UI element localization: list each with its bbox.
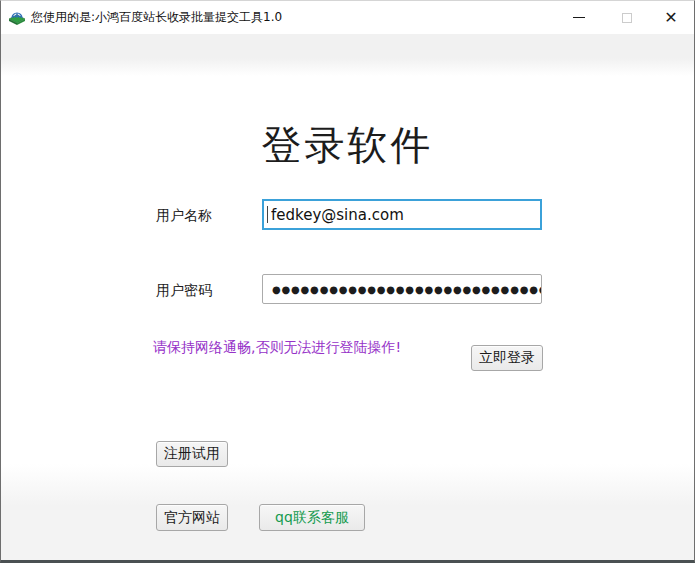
- window-title: 您使用的是:小鸿百度站长收录批量提交工具1.0: [31, 1, 282, 34]
- username-input[interactable]: [262, 199, 542, 230]
- close-icon: ✕: [664, 8, 677, 27]
- official-website-button[interactable]: 官方网站: [156, 504, 228, 531]
- app-globe-send-icon: [8, 9, 26, 26]
- username-label: 用户名称: [156, 207, 212, 225]
- login-window: 您使用的是:小鸿百度站长收录批量提交工具1.0 ✕ 登录软件 用户名称 用户密码…: [0, 0, 695, 563]
- login-button[interactable]: 立即登录: [471, 345, 543, 371]
- client-area: 登录软件 用户名称 用户密码 请保持网络通畅,否则无法进行登陆操作! 立即登录 …: [1, 34, 694, 560]
- titlebar: 您使用的是:小鸿百度站长收录批量提交工具1.0 ✕: [1, 1, 694, 34]
- password-input[interactable]: [262, 274, 542, 304]
- password-label: 用户密码: [156, 282, 212, 300]
- maximize-icon: [622, 13, 632, 23]
- text-caret: [267, 206, 268, 223]
- register-trial-button[interactable]: 注册试用: [156, 441, 228, 467]
- page-title: 登录软件: [1, 118, 694, 173]
- qq-contact-support-button[interactable]: qq联系客服: [259, 504, 365, 531]
- close-button[interactable]: ✕: [651, 1, 691, 34]
- minimize-icon: [573, 17, 585, 18]
- maximize-button[interactable]: [607, 1, 647, 34]
- minimize-button[interactable]: [559, 1, 599, 34]
- network-notice-text: 请保持网络通畅,否则无法进行登陆操作!: [153, 337, 403, 358]
